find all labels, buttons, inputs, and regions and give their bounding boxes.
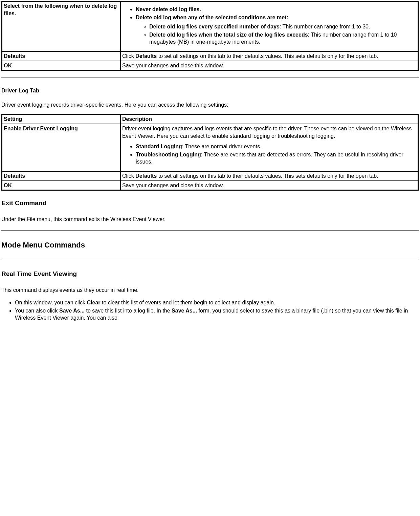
column-header-description: Description [120,114,418,124]
bullet-list: Never delete old log files. Delete old l… [122,6,416,46]
description-cell: Click Defaults to set all settings on th… [120,51,418,61]
real-time-intro: This command displays events as they occ… [1,286,419,294]
list-item: Delete old log files when the total size… [149,31,416,46]
column-header-setting: Setting [2,114,121,124]
description-cell: Driver event logging captures and logs e… [120,124,418,171]
list-item: On this window, you can click Clear to c… [15,299,419,306]
bold-text: Clear [87,300,101,305]
table-row: Select from the following when to delete… [2,1,418,51]
table-row: OK Save your changes and close this wind… [2,61,418,70]
setting-label: Select from the following when to delete… [4,3,117,16]
list-item: Delete old log when any of the selected … [136,14,416,46]
table-row: Defaults Click Defaults to set all setti… [2,51,418,61]
divider [1,230,419,231]
body-text: You can also click [15,308,59,314]
setting-label: OK [4,182,12,188]
bold-text: Delete old log when any of the selected … [136,15,288,20]
list-item: Delete old log files every specified num… [149,23,416,30]
bold-text: Save As... [59,308,85,314]
bold-text: Delete old log files when the total size… [149,32,308,38]
driver-log-table: Setting Description Enable Driver Event … [1,114,419,191]
setting-label: OK [4,63,12,68]
table-row: OK Save your changes and close this wind… [2,181,418,190]
divider [1,78,419,78]
exit-command-text: Under the File menu, this command exits … [1,216,419,223]
body-text: Click [122,53,135,59]
table-header-row: Setting Description [2,114,418,124]
setting-label: Enable Driver Event Logging [4,126,78,131]
body-text: to set all settings on this tab to their… [157,53,378,59]
setting-cell: OK [2,61,121,70]
setting-cell: OK [2,181,121,190]
bold-text: Troubleshooting Logging [136,152,201,157]
bold-text: Standard Logging [136,144,182,149]
body-text: to clear this list of events and let the… [101,300,275,305]
sub-bullet-list: Delete old log files every specified num… [136,23,416,46]
setting-label: Defaults [4,53,25,59]
mode-menu-commands-heading: Mode Menu Commands [1,240,419,250]
bold-text: Defaults [135,53,157,59]
driver-log-tab-heading: Driver Log Tab [1,87,419,94]
description-cell: Click Defaults to set all settings on th… [120,171,418,181]
description-cell: Never delete old log files. Delete old l… [120,1,418,51]
setting-cell: Defaults [2,171,121,181]
bold-text: Never delete old log files. [136,6,201,12]
exit-command-heading: Exit Command [1,199,419,208]
real-time-event-viewing-heading: Real Time Event Viewing [1,270,419,278]
table-row: Defaults Click Defaults to set all setti… [2,171,418,181]
log-delete-table: Select from the following when to delete… [1,1,419,71]
setting-label: Defaults [4,173,25,179]
setting-cell: Enable Driver Event Logging [2,124,121,171]
bold-text: Defaults [135,173,157,179]
setting-cell: Select from the following when to delete… [2,1,121,51]
list-item: Standard Logging: These are normal drive… [136,143,416,150]
body-text: On this window, you can click [15,300,87,305]
table-row: Enable Driver Event Logging Driver event… [2,124,418,171]
real-time-bullet-list: On this window, you can click Clear to c… [1,299,419,322]
divider [1,260,419,260]
setting-cell: Defaults [2,51,121,61]
body-text: : These are normal driver events. [182,144,261,149]
bullet-list: Standard Logging: These are normal drive… [122,143,416,166]
body-text: to save this list into a log file. In th… [85,308,172,314]
driver-log-tab-intro: Driver event logging records driver-spec… [1,101,419,109]
bold-text: Delete old log files every specified num… [149,24,280,29]
body-text: Click [122,173,135,179]
bold-text: Save As... [172,308,197,314]
list-item: You can also click Save As... to save th… [15,307,419,322]
body-text: Driver event logging captures and logs e… [122,126,412,139]
body-text: : This number can range from 1 to 30. [280,24,370,29]
list-item: Troubleshooting Logging: These are event… [136,151,416,166]
list-item: Never delete old log files. [136,6,416,13]
body-text: to set all settings on this tab to their… [157,173,378,179]
description-cell: Save your changes and close this window. [120,61,418,70]
description-cell: Save your changes and close this window. [120,181,418,190]
